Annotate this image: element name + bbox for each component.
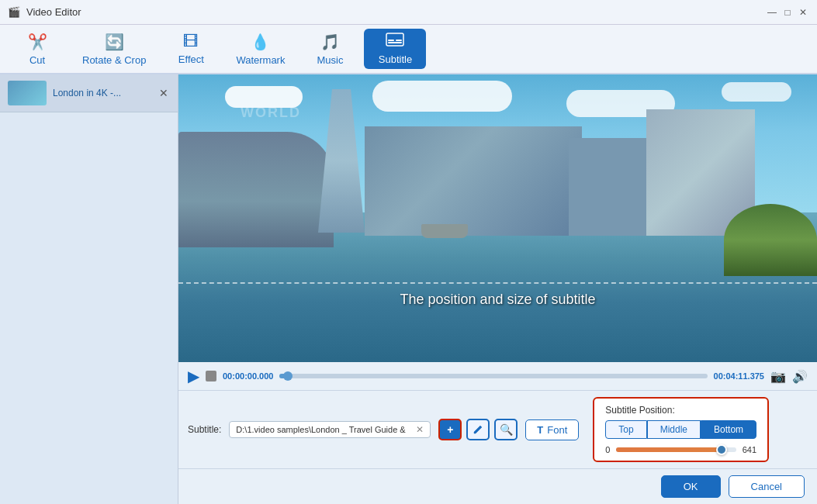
tab-effect-label: Effect — [178, 54, 204, 65]
app-icon: 🎬 — [8, 6, 20, 18]
search-subtitle-button[interactable]: 🔍 — [494, 419, 518, 440]
playback-bar: ▶ 00:00:00.000 00:04:11.375 📷 🔊 — [178, 362, 817, 390]
tab-effect[interactable]: 🎞 Effect — [160, 29, 222, 69]
svg-rect-1 — [388, 40, 394, 41]
font-button[interactable]: T Font — [525, 419, 579, 440]
music-icon: 🎵 — [320, 33, 340, 51]
tab-bar: ✂️ Cut 🔄 Rotate & Crop 🎞 Effect 💧 Waterm… — [0, 25, 817, 74]
subtitle-overlay: The position and size of subtitle — [178, 282, 817, 316]
svg-rect-3 — [388, 42, 402, 43]
progress-thumb — [283, 371, 293, 381]
bottom-bar: OK Cancel — [178, 468, 817, 504]
trees — [724, 204, 817, 276]
video-watermark: WORLD — [241, 102, 301, 122]
window-controls: — □ ✕ — [766, 6, 809, 19]
time-current: 00:00:00.000 — [223, 371, 273, 381]
app-title: Video Editor — [26, 6, 81, 18]
slider-fill — [616, 447, 722, 452]
edit-icon — [473, 424, 483, 435]
progress-bar[interactable] — [279, 374, 707, 378]
subtitle-action-buttons: + 🔍 — [438, 419, 518, 440]
svg-rect-2 — [396, 40, 402, 41]
cloud-4 — [722, 82, 791, 102]
cancel-button[interactable]: Cancel — [729, 475, 805, 498]
tab-subtitle[interactable]: Subtitle — [364, 29, 426, 69]
video-close-button[interactable]: ✕ — [158, 85, 170, 101]
slider-min-label: 0 — [605, 445, 610, 454]
tab-music[interactable]: 🎵 Music — [299, 29, 361, 69]
subtitle-path-text: D:\1.video samples\London _ Travel Guide… — [236, 425, 405, 434]
font-t-icon: T — [537, 424, 543, 436]
preview-area: WORLD The position and size of subtitle … — [178, 74, 817, 504]
slider-thumb[interactable] — [716, 444, 727, 455]
slider-max-label: 641 — [743, 445, 756, 454]
minimize-button[interactable]: — — [766, 6, 778, 19]
rotate-icon: 🔄 — [105, 33, 124, 51]
position-middle-button[interactable]: Middle — [647, 420, 701, 439]
position-bottom-button[interactable]: Bottom — [701, 420, 756, 439]
cloud-2 — [372, 81, 512, 112]
building-left — [178, 132, 334, 247]
position-slider[interactable] — [616, 447, 736, 452]
effect-icon: 🎞 — [183, 33, 199, 50]
screenshot-icon[interactable]: 📷 — [770, 369, 786, 384]
tab-subtitle-label: Subtitle — [379, 54, 412, 65]
play-button[interactable]: ▶ — [188, 367, 199, 385]
ok-button[interactable]: OK — [661, 475, 721, 498]
stop-button[interactable] — [206, 371, 216, 381]
subtitle-icon — [386, 33, 404, 50]
time-total: 00:04:11.375 — [714, 371, 764, 381]
position-panel: Subtitle Position: Top Middle Bottom 0 6… — [593, 397, 769, 462]
tab-music-label: Music — [317, 54, 343, 66]
video-title: London in 4K -... — [53, 88, 151, 98]
subtitle-display-text: The position and size of subtitle — [400, 292, 595, 307]
boat — [421, 224, 468, 238]
tab-cut-label: Cut — [29, 54, 45, 66]
subtitle-path-close-button[interactable]: ✕ — [416, 424, 424, 435]
video-scene: WORLD The position and size of subtitle — [178, 74, 817, 362]
subtitle-controls-row: Subtitle: D:\1.video samples\London _ Tr… — [178, 390, 817, 468]
video-thumbnail — [8, 81, 47, 105]
watermark-icon: 💧 — [251, 33, 270, 51]
add-subtitle-button[interactable]: + — [438, 419, 462, 440]
cut-icon: ✂️ — [28, 33, 47, 51]
video-preview: WORLD The position and size of subtitle — [178, 74, 817, 362]
position-slider-row: 0 641 — [605, 445, 756, 454]
position-panel-title: Subtitle Position: — [605, 405, 756, 416]
playback-controls: ▶ 00:00:00.000 00:04:11.375 📷 🔊 — [188, 367, 808, 385]
close-button[interactable]: ✕ — [797, 6, 809, 19]
subtitle-path-label: Subtitle: — [188, 424, 221, 435]
tab-cut[interactable]: ✂️ Cut — [6, 29, 68, 69]
building-mid — [365, 126, 582, 236]
volume-icon[interactable]: 🔊 — [792, 369, 808, 384]
video-thumbnail-item[interactable]: London in 4K -... ✕ — [0, 74, 178, 112]
position-top-button[interactable]: Top — [605, 420, 646, 439]
subtitle-path-field: D:\1.video samples\London _ Travel Guide… — [229, 421, 431, 438]
font-button-label: Font — [547, 424, 567, 436]
position-buttons: Top Middle Bottom — [605, 420, 756, 439]
title-bar: 🎬 Video Editor — □ ✕ — [0, 0, 817, 25]
edit-subtitle-button[interactable] — [466, 419, 490, 440]
title-bar-left: 🎬 Video Editor — [8, 6, 81, 18]
tab-rotate-label: Rotate & Crop — [82, 54, 146, 66]
tab-watermark[interactable]: 💧 Watermark — [225, 29, 296, 69]
building-right2 — [569, 138, 646, 236]
tab-rotate[interactable]: 🔄 Rotate & Crop — [71, 29, 157, 69]
search-icon: 🔍 — [500, 423, 513, 436]
sidebar: London in 4K -... ✕ — [0, 74, 178, 504]
tab-watermark-label: Watermark — [236, 54, 285, 66]
maximize-button[interactable]: □ — [781, 6, 794, 19]
main-area: London in 4K -... ✕ — [0, 74, 817, 504]
